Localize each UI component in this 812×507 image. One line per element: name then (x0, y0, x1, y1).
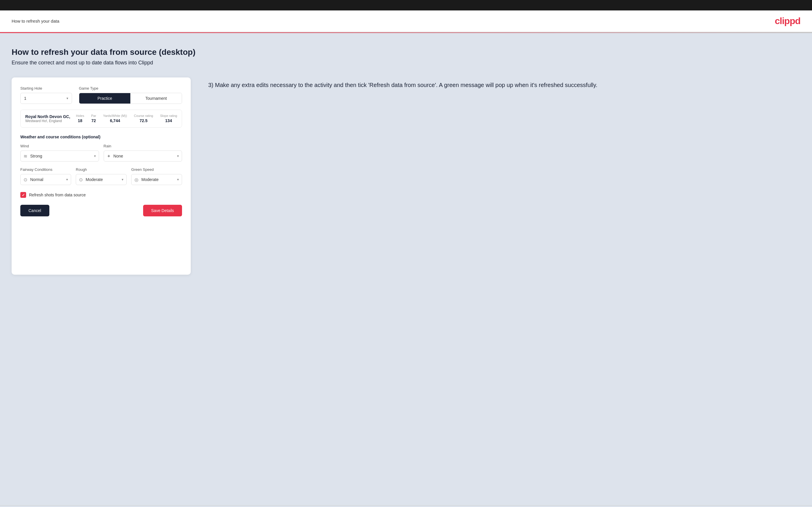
rain-group: Rain ✦ None Light Heavy ▾ (104, 144, 182, 162)
rough-select-wrapper[interactable]: ⊙ Moderate Light Heavy ▾ (76, 174, 126, 185)
slope-rating-label: Slope rating (160, 114, 177, 117)
stat-par: Par 72 (91, 114, 96, 123)
course-info: Royal North Devon GC, Westward Ho!, Engl… (25, 114, 70, 123)
header: How to refresh your data clippd (0, 10, 812, 32)
stat-slope-rating: Slope rating 134 (160, 114, 177, 123)
game-type-label: Game Type (79, 86, 182, 91)
green-speed-icon: ◎ (132, 177, 141, 182)
course-location: Westward Ho!, England (25, 119, 70, 123)
page-subheading: Ensure the correct and most up to date d… (12, 60, 800, 66)
fairway-icon: ⊙ (20, 177, 30, 182)
green-speed-group: Green Speed ◎ Moderate Slow Fast ▾ (131, 167, 182, 185)
refresh-checkbox[interactable]: ✓ (20, 192, 26, 198)
starting-hole-group: Starting Hole 1 10 ▾ (20, 86, 72, 104)
game-type-buttons: Practice Tournament (79, 93, 182, 104)
wind-icon: ≋ (20, 154, 30, 159)
footer: Copyright Clippd 2022 (0, 505, 812, 507)
course-stats: Holes 18 Par 72 Yards/White (M)) 6,744 (76, 114, 177, 123)
main-content: How to refresh your data from source (de… (0, 33, 812, 505)
green-speed-select-wrapper[interactable]: ◎ Moderate Slow Fast ▾ (131, 174, 182, 185)
button-row: Cancel Save Details (20, 205, 182, 216)
rough-select[interactable]: Moderate Light Heavy (86, 174, 126, 185)
save-button[interactable]: Save Details (143, 205, 182, 216)
rain-select-wrapper[interactable]: ✦ None Light Heavy ▾ (104, 151, 182, 162)
side-description: 3) Make any extra edits necessary to the… (208, 80, 800, 90)
practice-button[interactable]: Practice (79, 93, 131, 104)
rough-icon: ⊙ (76, 177, 86, 182)
top-bar (0, 0, 812, 10)
wind-group: Wind ≋ Strong None Light Moderate ▾ (20, 144, 99, 162)
stat-holes: Holes 18 (76, 114, 84, 123)
header-title: How to refresh your data (12, 18, 59, 23)
form-card: Starting Hole 1 10 ▾ Game Type Practi (12, 77, 191, 275)
yards-label: Yards/White (M)) (103, 114, 127, 117)
wind-select-wrapper[interactable]: ≋ Strong None Light Moderate ▾ (20, 151, 99, 162)
wind-select[interactable]: Strong None Light Moderate (30, 151, 99, 161)
cancel-button[interactable]: Cancel (20, 205, 49, 216)
course-row: Royal North Devon GC, Westward Ho!, Engl… (20, 110, 182, 128)
holes-label: Holes (76, 114, 84, 117)
course-rating-label: Course rating (134, 114, 153, 117)
fairway-label: Fairway Conditions (20, 167, 71, 172)
par-value: 72 (92, 118, 96, 123)
green-speed-label: Green Speed (131, 167, 182, 172)
rain-label: Rain (104, 144, 182, 148)
course-rating-value: 72.5 (140, 118, 148, 123)
starting-hole-select-wrapper[interactable]: 1 10 ▾ (20, 93, 72, 104)
stat-yards: Yards/White (M)) 6,744 (103, 114, 127, 123)
fairway-rough-green-row: Fairway Conditions ⊙ Normal Firm Soft ▾ (20, 167, 182, 185)
top-form-row: Starting Hole 1 10 ▾ Game Type Practi (20, 86, 182, 104)
fairway-select[interactable]: Normal Firm Soft (30, 174, 71, 185)
wind-label: Wind (20, 144, 99, 148)
refresh-checkbox-row: ✓ Refresh shots from data source (20, 192, 182, 198)
course-name: Royal North Devon GC, (25, 114, 70, 119)
check-icon: ✓ (22, 193, 25, 197)
fairway-group: Fairway Conditions ⊙ Normal Firm Soft ▾ (20, 167, 71, 185)
starting-hole-select[interactable]: 1 10 (20, 93, 72, 104)
rain-icon: ✦ (104, 154, 113, 159)
rough-label: Rough (76, 167, 126, 172)
yards-value: 6,744 (110, 118, 120, 123)
par-label: Par (91, 114, 96, 117)
content-layout: Starting Hole 1 10 ▾ Game Type Practi (12, 77, 800, 275)
rain-select[interactable]: None Light Heavy (113, 151, 182, 161)
tournament-button[interactable]: Tournament (130, 93, 182, 104)
rough-group: Rough ⊙ Moderate Light Heavy ▾ (76, 167, 126, 185)
conditions-title: Weather and course conditions (optional) (20, 134, 182, 139)
fairway-select-wrapper[interactable]: ⊙ Normal Firm Soft ▾ (20, 174, 71, 185)
side-text: 3) Make any extra edits necessary to the… (208, 77, 800, 90)
green-speed-select[interactable]: Moderate Slow Fast (141, 174, 182, 185)
game-type-group: Game Type Practice Tournament (79, 86, 182, 104)
refresh-label[interactable]: Refresh shots from data source (29, 192, 86, 197)
logo: clippd (775, 16, 800, 26)
stat-course-rating: Course rating 72.5 (134, 114, 153, 123)
starting-hole-label: Starting Hole (20, 86, 72, 91)
card-wrapper: Starting Hole 1 10 ▾ Game Type Practi (12, 77, 191, 275)
wind-rain-row: Wind ≋ Strong None Light Moderate ▾ (20, 144, 182, 162)
slope-rating-value: 134 (165, 118, 172, 123)
page-heading: How to refresh your data from source (de… (12, 48, 800, 57)
holes-value: 18 (78, 118, 83, 123)
